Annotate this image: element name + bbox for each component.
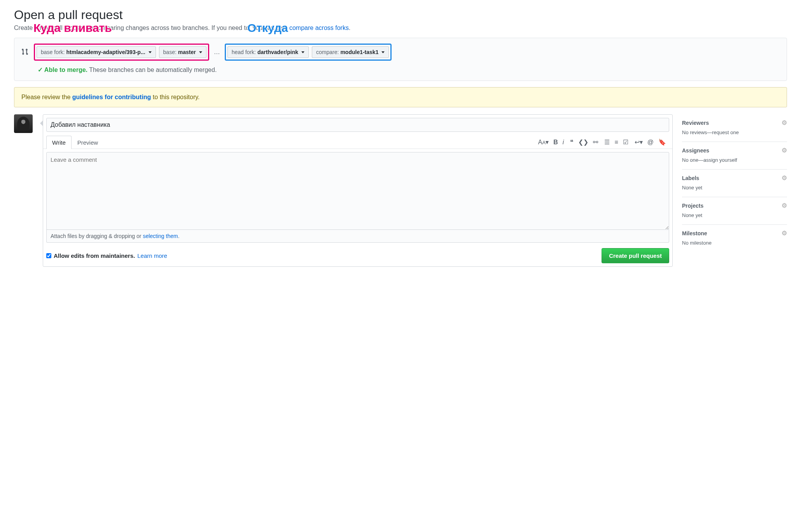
projects-body: None yet (682, 212, 787, 218)
markdown-toolbar: AA▾ B i ❝ ❮❯ ⚯ ☰ ≡ ☑ ↩▾ (538, 138, 669, 146)
tab-write[interactable]: Write (46, 136, 72, 149)
gear-icon[interactable]: ⚙ (782, 229, 787, 237)
gear-icon[interactable]: ⚙ (782, 202, 787, 209)
flash-suffix: to this repository. (153, 94, 200, 100)
gear-icon[interactable]: ⚙ (782, 119, 787, 126)
subhead-suffix: . (349, 24, 350, 31)
pr-title-input[interactable] (46, 118, 669, 132)
quote-icon[interactable]: ❝ (570, 138, 574, 146)
sidebar: Reviewers ⚙ No reviews—request one Assig… (682, 114, 787, 252)
gear-icon[interactable]: ⚙ (782, 174, 787, 182)
subhead-text: Create a new pull request by comparing c… (14, 24, 289, 31)
task-list-icon[interactable]: ☑ (623, 138, 628, 146)
attach-bar[interactable]: Attach files by dragging & dropping or s… (46, 229, 669, 243)
mergeability-status: Able to merge. These branches can be aut… (21, 66, 780, 74)
avatar (14, 114, 33, 133)
selecting-files-link[interactable]: selecting them (143, 233, 178, 239)
allow-edits-checkbox[interactable] (46, 253, 51, 258)
base-branch-selector[interactable]: base: master (159, 46, 206, 58)
page-title: Open a pull request (14, 8, 787, 22)
chevron-down-icon (149, 51, 152, 53)
chevron-down-icon (381, 51, 385, 53)
comment-textarea[interactable] (46, 152, 669, 230)
head-fork-selector[interactable]: head fork: darthvader/pink (227, 46, 309, 58)
tab-preview[interactable]: Preview (72, 136, 104, 149)
editor-tabs: Write Preview AA▾ B i ❝ ❮❯ ⚯ ☰ (43, 136, 672, 149)
compare-branch-value: module1-task1 (340, 49, 378, 55)
chevron-down-icon (301, 51, 304, 53)
labels-title: Labels (682, 175, 699, 181)
reviewers-body[interactable]: No reviews—request one (682, 130, 787, 135)
base-fork-value: htmlacademy-adaptive/393-p... (66, 49, 145, 55)
git-compare-icon (21, 48, 31, 56)
base-fork-label: base fork: (41, 49, 65, 55)
base-branch-label: base: (163, 49, 177, 55)
ordered-list-icon[interactable]: ≡ (614, 139, 618, 146)
compare-across-forks-link[interactable]: compare across forks (289, 24, 349, 31)
code-icon[interactable]: ❮❯ (578, 138, 588, 146)
italic-icon[interactable]: i (563, 139, 564, 146)
compare-branch-label: compare: (316, 49, 339, 55)
merge-ok-text: Able to merge. (38, 66, 87, 73)
bookmark-icon[interactable]: 🔖 (658, 138, 666, 146)
attach-suffix: . (178, 233, 180, 239)
merge-note-text: These branches can be automatically merg… (89, 66, 217, 73)
bold-icon[interactable]: B (553, 139, 558, 146)
learn-more-link[interactable]: Learn more (137, 252, 167, 259)
compare-branch-selector[interactable]: compare: module1-task1 (312, 46, 389, 58)
contributing-flash: Please review the guidelines for contrib… (14, 87, 787, 107)
head-fork-label: head fork: (232, 49, 256, 55)
labels-body: None yet (682, 185, 787, 191)
compare-ellipsis: … (212, 49, 222, 56)
flash-prefix: Please review the (21, 94, 72, 100)
milestone-title: Milestone (682, 230, 707, 236)
compare-box: base fork: htmlacademy-adaptive/393-p...… (14, 38, 787, 81)
head-group-highlight: head fork: darthvader/pink compare: modu… (225, 44, 392, 61)
compare-row: base fork: htmlacademy-adaptive/393-p...… (21, 44, 780, 61)
heading-icon[interactable]: AA▾ (538, 138, 549, 146)
assignees-body[interactable]: No one—assign yourself (682, 157, 737, 163)
allow-edits-label: Allow edits from maintainers. (54, 252, 135, 259)
base-group-highlight: base fork: htmlacademy-adaptive/393-p...… (34, 44, 209, 61)
link-icon[interactable]: ⚯ (593, 138, 598, 146)
allow-edits-row: Allow edits from maintainers. Learn more (46, 252, 167, 259)
reply-icon[interactable]: ↩▾ (635, 138, 643, 146)
pr-form: Write Preview AA▾ B i ❝ ❮❯ ⚯ ☰ (43, 114, 673, 267)
chevron-down-icon (199, 51, 202, 53)
attach-prefix: Attach files by dragging & dropping or (51, 233, 143, 239)
create-pull-request-button[interactable]: Create pull request (602, 248, 669, 263)
reviewers-title: Reviewers (682, 120, 709, 126)
gear-icon[interactable]: ⚙ (782, 147, 787, 154)
assignees-title: Assignees (682, 147, 709, 154)
unordered-list-icon[interactable]: ☰ (604, 138, 610, 146)
base-fork-selector[interactable]: base fork: htmlacademy-adaptive/393-p... (37, 46, 156, 58)
mention-icon[interactable]: @ (647, 139, 654, 146)
head-fork-value: darthvader/pink (257, 49, 298, 55)
page-subhead: Create a new pull request by comparing c… (14, 24, 787, 32)
base-branch-value: master (178, 49, 196, 55)
projects-title: Projects (682, 203, 703, 209)
contributing-guidelines-link[interactable]: guidelines for contributing (72, 94, 151, 100)
milestone-body: No milestone (682, 240, 787, 246)
